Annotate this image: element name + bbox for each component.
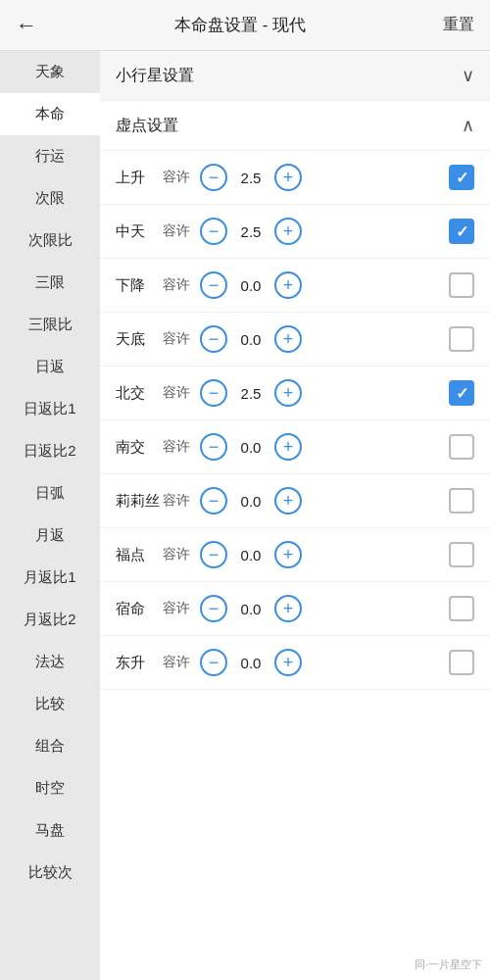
table-row: 中天容许−2.5+: [100, 205, 490, 259]
permit-label-1: 容许: [163, 222, 190, 240]
reset-button[interactable]: 重置: [443, 15, 474, 35]
sidebar-item-0[interactable]: 天象: [0, 51, 100, 93]
minus-button-7[interactable]: −: [200, 541, 227, 568]
permit-label-5: 容许: [163, 438, 190, 456]
main-layout: 天象本命行运次限次限比三限三限比日返日返比1日返比2日弧月返月返比1月返比2法达…: [0, 51, 490, 980]
minus-button-8[interactable]: −: [200, 595, 227, 622]
back-button[interactable]: ←: [16, 13, 37, 38]
table-row: 天底容许−0.0+: [100, 313, 490, 367]
checkbox-5[interactable]: [449, 434, 474, 460]
table-row: 莉莉丝容许−0.0+: [100, 474, 490, 528]
sidebar-item-19[interactable]: 比较次: [0, 852, 100, 894]
minus-button-9[interactable]: −: [200, 649, 227, 676]
row-label-4: 北交: [116, 384, 163, 403]
table-row: 宿命容许−0.0+: [100, 582, 490, 636]
table-row: 上升容许−2.5+: [100, 151, 490, 205]
row-controls-1: −2.5+: [200, 218, 449, 245]
virtual-section-title: 虚点设置: [116, 116, 178, 136]
value-display-1: 2.5: [233, 223, 269, 240]
plus-button-4[interactable]: +: [274, 379, 302, 407]
virtual-section-header[interactable]: 虚点设置 ∧: [100, 101, 490, 151]
minus-button-1[interactable]: −: [200, 218, 227, 245]
table-row: 东升容许−0.0+: [100, 636, 490, 690]
sidebar-item-8[interactable]: 日返比1: [0, 388, 100, 430]
main-content: 小行星设置 ∨ 虚点设置 ∧ 上升容许−2.5+中天容许−2.5+下降容许−0.…: [100, 51, 490, 980]
minus-button-6[interactable]: −: [200, 487, 227, 514]
plus-button-3[interactable]: +: [274, 325, 302, 353]
row-controls-0: −2.5+: [200, 164, 449, 191]
row-label-3: 天底: [116, 330, 163, 349]
sidebar-item-13[interactable]: 月返比2: [0, 599, 100, 641]
checkbox-0[interactable]: [449, 165, 474, 190]
minus-button-4[interactable]: −: [200, 379, 227, 407]
sidebar-item-4[interactable]: 次限比: [0, 220, 100, 262]
sidebar-item-11[interactable]: 月返: [0, 514, 100, 557]
sidebar-item-15[interactable]: 比较: [0, 683, 100, 725]
sidebar-item-16[interactable]: 组合: [0, 725, 100, 767]
row-label-8: 宿命: [116, 600, 163, 618]
header: ← 本命盘设置 - 现代 重置: [0, 0, 490, 51]
row-label-0: 上升: [116, 169, 163, 187]
value-display-3: 0.0: [233, 331, 269, 348]
row-controls-7: −0.0+: [200, 541, 449, 568]
table-row: 北交容许−2.5+: [100, 367, 490, 420]
plus-button-8[interactable]: +: [274, 595, 302, 622]
sidebar-item-12[interactable]: 月返比1: [0, 557, 100, 599]
sidebar-item-18[interactable]: 马盘: [0, 809, 100, 852]
row-label-9: 东升: [116, 654, 163, 672]
checkbox-1[interactable]: [449, 219, 474, 244]
sidebar-item-10[interactable]: 日弧: [0, 472, 100, 514]
asteroid-section-header[interactable]: 小行星设置 ∨: [100, 51, 490, 101]
value-display-6: 0.0: [233, 493, 269, 510]
row-controls-6: −0.0+: [200, 487, 449, 514]
virtual-expand-arrow: ∧: [462, 115, 474, 136]
checkbox-6[interactable]: [449, 488, 474, 514]
minus-button-3[interactable]: −: [200, 325, 227, 353]
sidebar-item-14[interactable]: 法达: [0, 641, 100, 683]
value-display-0: 2.5: [233, 170, 269, 186]
checkbox-3[interactable]: [449, 326, 474, 352]
minus-button-0[interactable]: −: [200, 164, 227, 191]
value-display-7: 0.0: [233, 547, 269, 564]
row-label-6: 莉莉丝: [116, 492, 163, 511]
checkbox-4[interactable]: [449, 380, 474, 406]
plus-button-9[interactable]: +: [274, 649, 302, 676]
plus-button-0[interactable]: +: [274, 164, 302, 191]
sidebar-item-1[interactable]: 本命: [0, 93, 100, 135]
permit-label-0: 容许: [163, 169, 190, 186]
table-row: 下降容许−0.0+: [100, 259, 490, 313]
value-display-2: 0.0: [233, 277, 269, 294]
permit-label-3: 容许: [163, 330, 190, 348]
value-display-5: 0.0: [233, 439, 269, 456]
checkbox-8[interactable]: [449, 596, 474, 621]
sidebar-item-9[interactable]: 日返比2: [0, 430, 100, 472]
sidebar-item-17[interactable]: 时空: [0, 767, 100, 809]
settings-rows: 上升容许−2.5+中天容许−2.5+下降容许−0.0+天底容许−0.0+北交容许…: [100, 151, 490, 690]
sidebar-item-6[interactable]: 三限比: [0, 304, 100, 346]
row-controls-2: −0.0+: [200, 271, 449, 299]
sidebar-item-2[interactable]: 行运: [0, 135, 100, 177]
plus-button-6[interactable]: +: [274, 487, 302, 514]
plus-button-7[interactable]: +: [274, 541, 302, 568]
checkbox-9[interactable]: [449, 650, 474, 675]
row-controls-4: −2.5+: [200, 379, 449, 407]
minus-button-5[interactable]: −: [200, 433, 227, 461]
value-display-8: 0.0: [233, 601, 269, 617]
permit-label-7: 容许: [163, 546, 190, 564]
permit-label-2: 容许: [163, 276, 190, 294]
plus-button-1[interactable]: +: [274, 218, 302, 245]
row-label-5: 南交: [116, 438, 163, 457]
checkbox-7[interactable]: [449, 542, 474, 567]
sidebar-item-3[interactable]: 次限: [0, 177, 100, 220]
plus-button-5[interactable]: +: [274, 433, 302, 461]
value-display-9: 0.0: [233, 655, 269, 671]
row-controls-9: −0.0+: [200, 649, 449, 676]
row-label-7: 福点: [116, 546, 163, 564]
minus-button-2[interactable]: −: [200, 271, 227, 299]
plus-button-2[interactable]: +: [274, 271, 302, 299]
sidebar-item-5[interactable]: 三限: [0, 262, 100, 304]
sidebar-item-7[interactable]: 日返: [0, 346, 100, 388]
checkbox-2[interactable]: [449, 272, 474, 298]
asteroid-section-title: 小行星设置: [116, 66, 194, 86]
row-controls-3: −0.0+: [200, 325, 449, 353]
